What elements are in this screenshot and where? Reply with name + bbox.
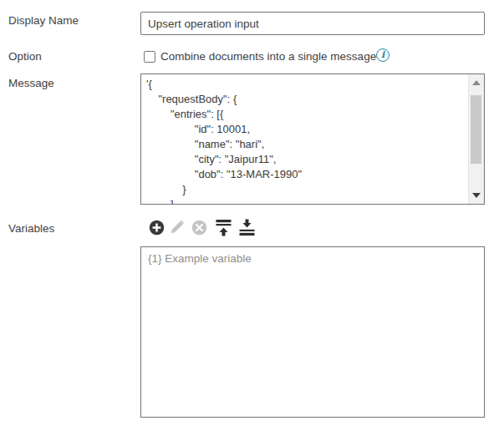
variables-list[interactable]: {1} Example variable xyxy=(140,246,485,418)
x-circle-icon xyxy=(191,220,207,236)
display-name-input[interactable] xyxy=(140,12,485,35)
message-label: Message xyxy=(8,77,54,89)
scroll-up-button[interactable] xyxy=(469,74,484,91)
scroll-down-arrow-icon xyxy=(472,193,481,198)
message-textarea[interactable]: '{ "requestBody": { "entries": [{ "id": … xyxy=(140,74,485,205)
combine-documents-checkbox[interactable] xyxy=(144,51,155,63)
variables-label: Variables xyxy=(8,222,54,235)
message-text[interactable]: '{ "requestBody": { "entries": [{ "id": … xyxy=(141,74,468,204)
add-variable-button[interactable] xyxy=(149,219,165,236)
pencil-icon xyxy=(170,220,184,235)
move-to-bottom-icon xyxy=(239,219,255,236)
scroll-up-arrow-icon xyxy=(472,80,481,85)
variable-list-item[interactable]: {1} Example variable xyxy=(141,247,484,270)
scroll-down-button[interactable] xyxy=(469,187,484,204)
move-to-top-button[interactable] xyxy=(216,219,232,236)
display-name-label: Display Name xyxy=(8,14,79,27)
scrollbar-thumb[interactable] xyxy=(471,95,481,164)
move-to-bottom-button[interactable] xyxy=(239,219,255,236)
move-to-top-icon xyxy=(216,219,232,236)
delete-variable-button[interactable] xyxy=(191,219,207,236)
message-scrollbar[interactable] xyxy=(468,74,484,204)
plus-circle-icon xyxy=(149,220,165,236)
combine-documents-checkbox-label[interactable]: Combine documents into a single message xyxy=(160,50,376,63)
edit-variable-button[interactable] xyxy=(170,219,184,236)
info-icon[interactable]: i xyxy=(376,48,389,62)
option-label: Option xyxy=(8,50,42,63)
properties-form: Display Name Option Combine documents in… xyxy=(0,0,504,441)
variables-toolbar xyxy=(149,219,255,236)
